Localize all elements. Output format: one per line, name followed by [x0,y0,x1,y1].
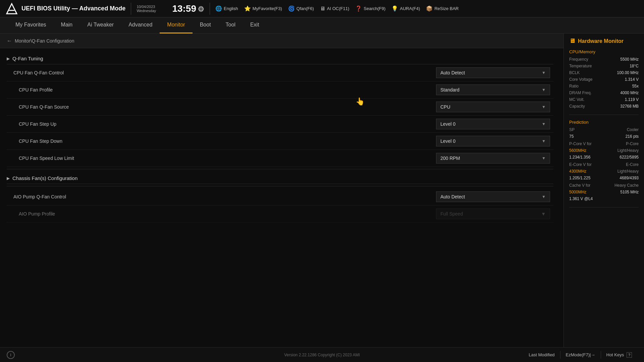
stat-ecore-values: 1.205/1.225 4689/4393 [569,176,639,180]
clock-display: 13:59⚙ [172,4,204,13]
aio-pump-qfan-control-row: AIO Pump Q-Fan Control Auto Detect ▼ [7,188,553,205]
stat-ecore-voltage-value: 1.205/1.225 [569,176,590,180]
chassis-fan-section-header[interactable]: ▶ Chassis Fan(s) Configuration [7,171,553,184]
cpu-fan-step-up-dropdown[interactable]: Level 0 ▼ [436,119,550,129]
cpu-fan-profile-label: CPU Fan Profile [7,87,436,93]
nav-my-favorites[interactable]: My Favorites [8,17,54,34]
cpu-fan-qfan-control-dropdown[interactable]: Auto Detect ▼ [436,67,550,78]
nav-boot[interactable]: Boot [193,17,218,34]
nav-advanced[interactable]: Advanced [121,17,160,34]
cpu-fan-step-down-dropdown[interactable]: Level 0 ▼ [436,136,550,146]
header-divider [131,3,131,15]
cpu-fan-step-up-label: CPU Fan Step Up [7,121,436,127]
cpu-fan-qfan-control-label: CPU Fan Q-Fan Control [7,70,436,75]
toolbar-myfavorite[interactable]: ⭐ MyFavorite(F3) [244,5,282,12]
cpu-fan-speed-low-limit-control: 200 RPM ▼ [436,153,550,164]
stat-mc-volt: MC Volt. 1.119 V [569,97,639,102]
toolbar-resizebar[interactable]: 📦 ReSize BAR [426,5,459,12]
aio-pump-qfan-control-label: AIO Pump Q-Fan Control [7,194,436,199]
chassis-expand-icon: ▶ [7,176,10,181]
cpu-fan-profile-dropdown[interactable]: Standard ▼ [436,84,550,95]
asus-logo-icon [5,2,18,15]
cpu-fan-qfan-source-label: CPU Fan Q-Fan Source [7,104,436,110]
aio-pump-qfan-control-dropdown[interactable]: Auto Detect ▼ [436,191,550,202]
stat-frequency-value: 5500 MHz [620,57,639,62]
toolbar-language[interactable]: 🌐 English [215,5,238,12]
stat-temperature-label: Temperature [569,64,592,68]
stat-cache-header: Cache V for Heavy Cache [569,183,639,188]
header-divider-2 [210,3,210,15]
cpu-fan-speed-low-limit-dropdown[interactable]: 200 RPM ▼ [436,153,550,164]
nav-tool[interactable]: Tool [218,17,243,34]
chassis-fan-label: Chassis Fan(s) Configuration [12,175,77,181]
datetime-area: 10/04/2023 Wednesday [137,5,167,13]
aio-pump-qfan-control-value: Auto Detect [440,194,465,199]
stat-ecore-sub: 4300MHz Light/Heavy [569,169,639,174]
resizebar-icon: 📦 [426,5,433,12]
toolbar-search[interactable]: ❓ Search(F9) [355,5,385,12]
aio-pump-profile-value: Full Speed [440,211,463,217]
cpu-fan-qfan-control-value: Auto Detect [440,70,465,75]
aio-pump-profile-dropdown[interactable]: Full Speed ▼ [436,208,550,219]
stat-ecore-lh-label: E-Core [626,162,639,167]
stat-pcore-speed-value: 6222/5895 [620,155,639,160]
stat-capacity-label: Capacity [569,104,585,109]
dropdown-arrow-icon-2: ▼ [542,87,546,92]
nav-exit[interactable]: Exit [243,17,267,34]
dropdown-arrow-icon-4: ▼ [542,122,546,126]
stat-ratio-value: 55x [632,84,639,88]
hot-keys-button[interactable]: Hot Keys ? [601,351,638,359]
toolbar-aura[interactable]: 💡 AURA(F4) [391,5,420,12]
language-icon: 🌐 [215,5,222,12]
stat-cache-speed-value: 5105 MHz [620,190,639,194]
toolbar-aioc[interactable]: 🖥 AI OC(F11) [320,6,349,12]
stat-pcore-lh-label: P-Core [626,141,639,146]
ez-mode-label: EzMode(F7)|→ [566,352,595,357]
stat-capacity: Capacity 32768 MB [569,104,639,109]
sidebar-title-text: Hardware Monitor [578,38,624,44]
stat-ecore-lh-sub: Light/Heavy [618,169,639,174]
info-button[interactable]: i [7,351,15,359]
content-area: ← Monitor\Q-Fan Configuration ▶ Q-Fan Tu… [0,34,564,347]
toolbar-qfan[interactable]: 🌀 Qfan(F6) [288,5,314,12]
resizebar-label: ReSize BAR [434,6,459,11]
stat-cache-freq: 5000MHz [569,190,586,194]
expand-icon: ▶ [7,56,10,61]
stat-frequency: Frequency 5500 MHz [569,57,639,62]
version-text: Version 2.22.1286 Copyright (C) 2023 AMI [284,353,360,357]
footer-bar: i Version 2.22.1286 Copyright (C) 2023 A… [0,347,644,362]
stat-sp-label: SP [569,127,575,132]
last-modified-label: Last Modified [529,352,554,357]
nav-ai-tweaker[interactable]: Ai Tweaker [80,17,121,34]
nav-monitor[interactable]: Monitor [160,17,192,34]
dropdown-arrow-icon-5: ▼ [542,139,546,143]
nav-main[interactable]: Main [54,17,80,34]
monitor-icon: 🖥 [569,38,575,45]
stat-core-voltage-label: Core Voltage [569,77,592,82]
cpu-fan-qfan-source-dropdown[interactable]: CPU ▼ [436,102,550,112]
main-layout: ← Monitor\Q-Fan Configuration ▶ Q-Fan Tu… [0,34,644,347]
day-text: Wednesday [137,9,167,13]
aio-pump-qfan-control-control: Auto Detect ▼ [436,191,550,202]
cpu-fan-profile-row: CPU Fan Profile Standard ▼ [7,81,553,99]
dropdown-arrow-icon-7: ▼ [542,194,546,199]
stat-pcore-sub: 5600MHz Light/Heavy [569,148,639,153]
stat-pcore-freq: 5600MHz [569,148,586,153]
stat-pcore-lh-sub: Light/Heavy [618,148,639,153]
stat-bclk: BCLK 100.00 MHz [569,70,639,75]
cpu-fan-profile-value: Standard [440,87,460,93]
navigation-bar: My Favorites Main Ai Tweaker Advanced Mo… [0,17,644,34]
pcore-section: P-Core V for P-Core 5600MHz Light/Heavy … [569,141,639,160]
aura-label: AURA(F4) [400,6,420,11]
stat-cache-v-label: Cache V for [569,183,590,188]
back-arrow-icon[interactable]: ← [7,38,12,44]
stat-ecore-freq: 4300MHz [569,169,586,174]
ez-mode-button[interactable]: EzMode(F7)|→ [560,351,601,359]
toolbar: 🌐 English ⭐ MyFavorite(F3) 🌀 Qfan(F6) 🖥 … [215,5,639,12]
qfan-tuning-section-header[interactable]: ▶ Q-Fan Tuning [7,52,553,64]
last-modified-button[interactable]: Last Modified [523,351,560,359]
search-icon: ❓ [355,5,362,12]
stat-pcore-values: 1.234/1.356 6222/5895 [569,155,639,160]
header-bar: UEFI BIOS Utility — Advanced Mode 10/04/… [0,0,644,17]
stat-pcore-v-label: P-Core V for [569,141,592,146]
